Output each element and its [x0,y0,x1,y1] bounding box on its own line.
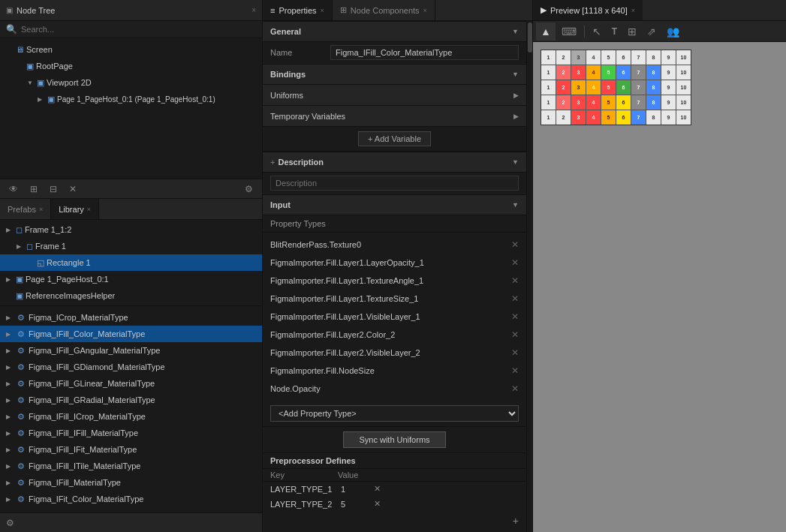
text-tool-button[interactable]: T [607,23,622,41]
tree-item-frame1[interactable]: ▶ ◻ Frame 1_1:2 [0,221,262,238]
prop-type-visible2[interactable]: FigmaImporter.Fill.Layer2.VisibleLayer_2… [263,344,526,362]
remove-icon[interactable]: ✕ [511,329,519,340]
sync-button[interactable]: Sync with Uniforms [343,431,445,448]
tree-item-rect[interactable]: ◱ Rectangle 1 [0,254,262,271]
lib-item-ifit2[interactable]: ▶ ⚙ Figma_IFit_Color_MaterialType [0,491,262,507]
general-section-header[interactable]: General ▼ [263,21,526,42]
preview-tabs: ▶ Preview [1118 x 640] × [533,0,786,21]
lib-item-ifit[interactable]: ▶ ⚙ Figma_IFill_IFit_MaterialType [0,441,262,458]
eye-button[interactable]: 👁 [6,182,21,196]
add-define-button[interactable]: + [513,515,519,527]
remove-icon[interactable]: ✕ [511,311,519,322]
select-tool-button[interactable]: ↖ [588,23,606,41]
filter-button[interactable]: ⊞ [27,182,41,196]
prop-type-blit[interactable]: BlitRenderPass.Texture0 ✕ [263,236,526,254]
tree-label: Page 1_PageHost_0:1 (Page 1_PageHost_0:1… [57,95,215,104]
cursor-tool-button[interactable]: ▲ [536,23,556,41]
prop-type-opacity2[interactable]: Node.Opacity ✕ [263,380,526,398]
lib-item-icrop2[interactable]: ▶ ⚙ Figma_IFill_ICrop_MaterialType [0,408,262,425]
node-tree-icon: ▣ [6,6,13,14]
preview-close[interactable]: × [631,7,635,14]
add-variable-button[interactable]: + Add Variable [358,131,431,146]
search-input[interactable] [21,25,256,34]
prop-type-visible1[interactable]: FigmaImporter.Fill.Layer1.VisibleLayer_1… [263,308,526,326]
arrow: ▶ [6,314,14,321]
keyboard-tool-button[interactable]: ⌨ [557,23,581,41]
close-toolbar-button[interactable]: ✕ [66,182,80,196]
lib-item-ifill2[interactable]: ▶ ⚙ Figma_IFill_IFill_MaterialType [0,425,262,441]
library-tab[interactable]: Library × [51,199,99,219]
right-panel: ▶ Preview [1118 x 640] × ▲ ⌨ ↖ T ⊞ ⇗ 👥 1… [533,0,786,532]
desc-input[interactable] [270,176,519,191]
props-label: Properties [279,6,316,15]
lib-item-gangular[interactable]: ▶ ⚙ Figma_IFill_GAngular_MaterialType [0,342,262,359]
tree-item-rootpage[interactable]: ▣ RootPage [0,58,262,74]
arrow: ▶ [6,446,14,453]
remove-icon[interactable]: ✕ [511,293,519,304]
lib-label: Figma_IFill_GDiamond_MaterialType [29,362,165,371]
ref-icon: ▣ [16,291,23,301]
lib-settings-button[interactable]: ⚙ [6,518,14,528]
node-tree-header: ▣ Node Tree × [0,0,262,21]
description-section-header[interactable]: + Description ▼ [263,152,526,173]
temp-vars-row[interactable]: Temporary Variables ▶ [263,106,526,127]
prop-type-texsize[interactable]: FigmaImporter.Fill.Layer1.TextureSize_1 … [263,290,526,308]
remove-icon[interactable]: ✕ [511,239,519,250]
properties-tab[interactable]: ≡ Properties × [263,0,333,20]
lib-item-ifill-color[interactable]: ▶ ⚙ Figma_IFill_Color_MaterialType [0,326,262,342]
bindings-section-header[interactable]: Bindings ▼ [263,64,526,85]
camera-tool-button[interactable]: 👥 [662,23,684,41]
prop-type-label: FigmaImporter.Fill.Layer2.Color_2 [270,330,511,339]
screen-icon: 🖥 [16,45,24,54]
prefabs-tab[interactable]: Prefabs × [0,199,51,219]
lib-item-gradial[interactable]: ▶ ⚙ Figma_IFill_GRadial_MaterialType [0,392,262,408]
preview-tab[interactable]: ▶ Preview [1118 x 640] × [533,0,643,20]
def-val-1: 1 [341,485,371,494]
share-tool-button[interactable]: ⇗ [643,23,661,41]
scrollbar[interactable] [526,21,532,532]
def-remove-1[interactable]: ✕ [374,484,381,494]
bottom-tabs: Prefabs × Library × [0,199,262,220]
desc-arrow: ▼ [512,158,519,166]
remove-icon[interactable]: ✕ [511,257,519,268]
def-remove-2[interactable]: ✕ [374,499,381,509]
lib-item-itile[interactable]: ▶ ⚙ Figma_IFill_ITile_MaterialType [0,458,262,474]
arrow: ▶ [17,243,24,250]
tree-item-viewport[interactable]: ▼ ▣ Viewport 2D [0,74,262,91]
name-input[interactable] [330,45,519,60]
tree-item-screen[interactable]: 🖥 Screen [0,41,262,58]
uniforms-arrow: ▶ [513,92,519,99]
props-close[interactable]: × [321,7,324,14]
node-tree-close[interactable]: × [251,6,256,14]
uniforms-row[interactable]: Uniforms ▶ [263,85,526,106]
properties-scroll[interactable]: General ▼ Name Bindings ▼ [263,21,532,532]
prop-type-nodesize[interactable]: FigmaImporter.Fill.NodeSize ✕ [263,362,526,380]
settings-button[interactable]: ⚙ [242,182,256,196]
node-components-tab[interactable]: ⊞ Node Components × [333,0,435,20]
tree-item-refimages[interactable]: ▣ ReferenceImagesHelper [0,287,262,304]
prop-type-color2[interactable]: FigmaImporter.Fill.Layer2.Color_2 ✕ [263,326,526,344]
prefabs-close[interactable]: × [39,206,43,213]
input-section-header[interactable]: Input ▼ [263,194,526,215]
lib-item-icrop[interactable]: ▶ ⚙ Figma_ICrop_MaterialType [0,309,262,326]
library-close[interactable]: × [87,206,91,213]
lib-item-gdiamond[interactable]: ▶ ⚙ Figma_IFill_GDiamond_MaterialType [0,359,262,375]
remove-icon[interactable]: ✕ [511,383,519,394]
tree-item-pagehost[interactable]: ▶ ▣ Page 1_PageHost_0:1 (Page 1_PageHost… [0,91,262,107]
add-prop-type-select[interactable]: <Add Property Type> [270,405,519,422]
tree-item-frame1b[interactable]: ▶ ◻ Frame 1 [0,238,262,254]
scrollbar-thumb[interactable] [528,23,532,53]
lib-item-ifill3[interactable]: ▶ ⚙ Figma_IFill_MaterialType [0,474,262,491]
bindings-title: Bindings [270,70,512,79]
grid-button[interactable]: ⊟ [47,182,60,196]
prop-type-opacity[interactable]: FigmaImporter.Fill.Layer1.LayerOpacity_1… [263,254,526,272]
prop-type-texangle[interactable]: FigmaImporter.Fill.Layer1.TextureAngle_1… [263,272,526,290]
remove-icon[interactable]: ✕ [511,275,519,286]
remove-icon[interactable]: ✕ [511,347,519,358]
layers-tool-button[interactable]: ⊞ [623,23,641,41]
tree-item-pagehost2[interactable]: ▶ ▣ Page 1_PageHost_0:1 [0,271,262,287]
prop-type-label: BlitRenderPass.Texture0 [270,240,511,249]
lib-item-glinear[interactable]: ▶ ⚙ Figma_IFill_GLinear_MaterialType [0,375,262,392]
nc-close[interactable]: × [423,7,427,14]
remove-icon[interactable]: ✕ [511,365,519,376]
